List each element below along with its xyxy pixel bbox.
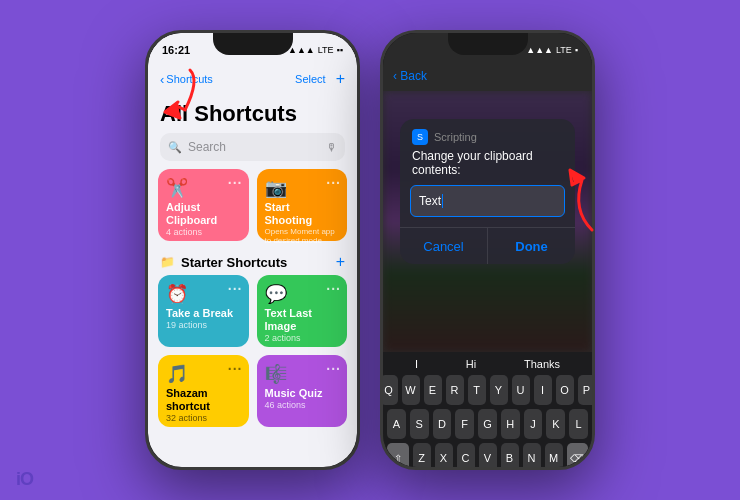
key-y[interactable]: Y xyxy=(490,375,508,405)
page-title: All Shortcuts xyxy=(148,97,357,133)
key-v[interactable]: V xyxy=(479,443,497,467)
watermark: iO xyxy=(16,469,33,490)
key-j[interactable]: J xyxy=(524,409,543,439)
key-shift[interactable]: ⇧ xyxy=(387,443,409,467)
shortcut-card-take-a-break[interactable]: ··· ⏰ Take a Break 19 actions xyxy=(158,275,249,347)
folder-icon: 📁 xyxy=(160,255,175,269)
card-menu-icon[interactable]: ··· xyxy=(228,175,243,191)
key-s[interactable]: S xyxy=(410,409,429,439)
suggestion-i[interactable]: I xyxy=(415,358,418,370)
back-button-2[interactable]: ‹ Back xyxy=(393,69,427,83)
dialog-prompt: Change your clipboard contents: xyxy=(400,149,575,185)
starter-shortcuts-grid: ··· ⏰ Take a Break 19 actions ··· 💬 Text… xyxy=(148,275,357,435)
shortcut-card-music-quiz[interactable]: ··· 🎼 Music Quiz 46 actions xyxy=(257,355,348,427)
key-b[interactable]: B xyxy=(501,443,519,467)
card-actions-3: 19 actions xyxy=(166,320,241,330)
card-name-5: Shazam shortcut xyxy=(166,387,241,413)
dialog-header: S Scripting xyxy=(400,119,575,149)
status-bar-1: 16:21 ▲▲▲ LTE ▪▪ xyxy=(148,33,357,61)
search-icon: 🔍 xyxy=(168,141,182,154)
battery-icon: ▪▪ xyxy=(337,45,343,55)
carrier-label-2: LTE xyxy=(556,45,572,55)
keyboard-row-2: A S D F G H J K L xyxy=(387,409,588,439)
key-o[interactable]: O xyxy=(556,375,574,405)
key-i[interactable]: I xyxy=(534,375,552,405)
dialog-input[interactable]: Text xyxy=(410,185,565,217)
dialog-input-value: Text xyxy=(419,194,441,208)
chevron-left-icon: ‹ xyxy=(160,72,164,87)
status-icons: ▲▲▲ LTE ▪▪ xyxy=(288,45,343,55)
key-w[interactable]: W xyxy=(402,375,420,405)
key-a[interactable]: A xyxy=(387,409,406,439)
card-menu-icon-3[interactable]: ··· xyxy=(228,281,243,297)
card-name-2: Start Shooting xyxy=(265,201,340,227)
key-c[interactable]: C xyxy=(457,443,475,467)
cursor-indicator xyxy=(442,194,443,208)
nav-bar-1: ‹ Shortcuts Select + xyxy=(148,61,357,97)
key-l[interactable]: L xyxy=(569,409,588,439)
key-z[interactable]: Z xyxy=(413,443,431,467)
card-name-6: Music Quiz xyxy=(265,387,340,400)
card-menu-icon-5[interactable]: ··· xyxy=(228,361,243,377)
key-h[interactable]: H xyxy=(501,409,520,439)
key-f[interactable]: F xyxy=(455,409,474,439)
key-u[interactable]: U xyxy=(512,375,530,405)
scripting-label: Scripting xyxy=(434,131,477,143)
section-header-left: 📁 Starter Shortcuts xyxy=(160,255,287,270)
shortcut-card-start-shooting[interactable]: ··· 📷 Start Shooting Opens Moment app to… xyxy=(257,169,348,241)
done-button[interactable]: Done xyxy=(488,228,575,264)
phone-1: 16:21 ▲▲▲ LTE ▪▪ ‹ Shortcuts Select xyxy=(145,30,360,470)
keyboard-suggestions: I Hi Thanks xyxy=(387,358,588,370)
key-d[interactable]: D xyxy=(433,409,452,439)
scripting-icon: S xyxy=(412,129,428,145)
starter-shortcuts-header: 📁 Starter Shortcuts + xyxy=(148,249,357,275)
section-add-button[interactable]: + xyxy=(336,253,345,271)
nav-back-label: Shortcuts xyxy=(166,73,212,85)
card-name: Adjust Clipboard xyxy=(166,201,241,227)
shortcut-card-shazam[interactable]: ··· 🎵 Shazam shortcut 32 actions xyxy=(158,355,249,427)
add-shortcut-button[interactable]: + xyxy=(336,70,345,88)
key-g[interactable]: G xyxy=(478,409,497,439)
dialog-box: S Scripting Change your clipboard conten… xyxy=(400,119,575,264)
key-x[interactable]: X xyxy=(435,443,453,467)
key-delete[interactable]: ⌫ xyxy=(567,443,589,467)
keyboard-row-3: ⇧ Z X C V B N M ⌫ xyxy=(387,443,588,467)
dialog-overlay: S Scripting Change your clipboard conten… xyxy=(383,91,592,352)
card-actions-5: 32 actions xyxy=(166,413,241,423)
suggestion-thanks[interactable]: Thanks xyxy=(524,358,560,370)
key-p[interactable]: P xyxy=(578,375,593,405)
card-menu-icon-2[interactable]: ··· xyxy=(326,175,341,191)
search-bar[interactable]: 🔍 Search 🎙 xyxy=(160,133,345,161)
phones-container: 16:21 ▲▲▲ LTE ▪▪ ‹ Shortcuts Select xyxy=(145,30,595,470)
cancel-button[interactable]: Cancel xyxy=(400,228,488,264)
key-k[interactable]: K xyxy=(546,409,565,439)
signal-icon: ▲▲▲ xyxy=(288,45,315,55)
card-menu-icon-4[interactable]: ··· xyxy=(326,281,341,297)
battery-icon-2: ▪ xyxy=(575,45,578,55)
select-button[interactable]: Select xyxy=(295,73,326,85)
key-q[interactable]: Q xyxy=(383,375,398,405)
key-r[interactable]: R xyxy=(446,375,464,405)
key-t[interactable]: T xyxy=(468,375,486,405)
dialog-buttons: Cancel Done xyxy=(400,227,575,264)
key-n[interactable]: N xyxy=(523,443,541,467)
card-actions: 4 actions xyxy=(166,227,241,237)
status-icons-2: ▲▲▲ LTE ▪ xyxy=(526,45,578,55)
carrier-label: LTE xyxy=(318,45,334,55)
section-title: Starter Shortcuts xyxy=(181,255,287,270)
card-actions-2: Opens Moment app to desired mode xyxy=(265,227,340,245)
key-m[interactable]: M xyxy=(545,443,563,467)
nav-back[interactable]: ‹ Shortcuts xyxy=(160,72,213,87)
nav-actions: Select + xyxy=(295,70,345,88)
shortcut-card-adjust-clipboard[interactable]: ··· ✂️ Adjust Clipboard 4 actions xyxy=(158,169,249,241)
suggestion-hi[interactable]: Hi xyxy=(466,358,476,370)
top-shortcuts-grid: ··· ✂️ Adjust Clipboard 4 actions ··· 📷 … xyxy=(148,169,357,249)
nav-bar-2: ‹ Back xyxy=(383,61,592,91)
card-name-4: Text Last Image xyxy=(265,307,340,333)
status-time: 16:21 xyxy=(162,44,190,56)
signal-icon-2: ▲▲▲ xyxy=(526,45,553,55)
card-actions-4: 2 actions xyxy=(265,333,340,343)
key-e[interactable]: E xyxy=(424,375,442,405)
card-menu-icon-6[interactable]: ··· xyxy=(326,361,341,377)
shortcut-card-text-last-image[interactable]: ··· 💬 Text Last Image 2 actions xyxy=(257,275,348,347)
